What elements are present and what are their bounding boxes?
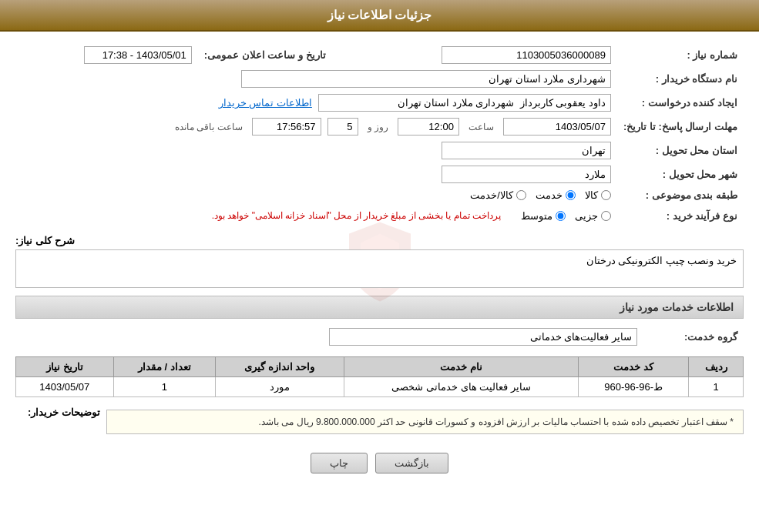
deadline-date-input[interactable] (503, 118, 611, 136)
buyer-notes-value: * سقف اعتبار تخصیص داده شده با احتساب ما… (259, 417, 734, 427)
purchase-type-label: نوع فرآیند خرید : (617, 204, 744, 227)
service-group-cell (15, 325, 643, 349)
buyer-notes-content: * سقف اعتبار تخصیص داده شده با احتساب ما… (106, 403, 744, 440)
description-container: A شرح کلی نیاز: خرید ونصب چیپ الکترونیکی… (15, 235, 744, 288)
row-buyer-org: نام دستگاه خریدار : (15, 67, 744, 91)
service-group-label: گروه خدمت: (643, 325, 744, 349)
service-group-row: گروه خدمت: (15, 325, 744, 349)
category-kala-radio[interactable] (601, 190, 611, 200)
table-cell-5: 1403/05/07 (16, 377, 114, 397)
row-need-number: شماره نیاز : تاریخ و ساعت اعلان عمومی: (15, 43, 744, 67)
table-cell-3: مورد (215, 377, 344, 397)
service-group-input[interactable] (329, 328, 637, 346)
need-description-value: خرید ونصب چیپ الکترونیکی درختان (586, 255, 737, 266)
category-cell: کالا خدمت کالا/خدمت (15, 186, 617, 204)
requester-input[interactable] (318, 94, 611, 112)
buyer-notes-label: توضیحات خریدار: (15, 403, 100, 418)
need-description-row: A شرح کلی نیاز: خرید ونصب چیپ الکترونیکی… (15, 235, 744, 288)
services-section-header: اطلاعات خدمات مورد نیاز (15, 296, 744, 319)
col-need-date: تاریخ نیاز (16, 357, 114, 377)
purchase-jozi-label: جزیی (575, 210, 598, 222)
requester-cell: اطلاعات تماس خریدار (15, 91, 617, 115)
announce-date-label: تاریخ و ساعت اعلان عمومی: (198, 43, 341, 67)
services-section-label: اطلاعات خدمات مورد نیاز (620, 301, 734, 313)
city-label: شهر محل تحویل : (617, 162, 744, 186)
deadline-days-label: روز و (368, 122, 388, 132)
services-table-body: 1ط-96-96-960سایر فعالیت های خدماتی شخصیم… (16, 377, 744, 397)
table-cell-0: 1 (689, 377, 744, 397)
category-kala-label: کالا (585, 189, 598, 201)
main-info-table: شماره نیاز : تاریخ و ساعت اعلان عمومی: ن… (15, 43, 744, 227)
purchase-jozi: جزیی (575, 210, 611, 222)
purchase-jozi-radio[interactable] (601, 211, 611, 221)
requester-label: ایجاد کننده درخواست : (617, 91, 744, 115)
footer-buttons: بازگشت چاپ (15, 453, 744, 473)
description-inner: شرح کلی نیاز: خرید ونصب چیپ الکترونیکی د… (15, 235, 744, 288)
purchase-motavasset-label: متوسط (521, 210, 552, 222)
need-number-cell (341, 43, 617, 67)
row-category: طبقه بندی موضوعی : کالا خدمت (15, 186, 744, 204)
announce-date-input[interactable] (84, 46, 192, 64)
category-label: طبقه بندی موضوعی : (617, 186, 744, 204)
city-input[interactable] (442, 166, 611, 183)
deadline-days-input[interactable] (327, 118, 358, 136)
buyer-org-cell (15, 67, 617, 91)
services-table-header-row: ردیف کد خدمت نام خدمت واحد اندازه گیری ت… (16, 357, 744, 377)
city-cell (15, 162, 617, 186)
purchase-type-cell: جزیی متوسط پرداخت تمام یا بخشی از مبلغ خ… (15, 204, 617, 227)
col-row-num: ردیف (689, 357, 744, 377)
table-cell-4: 1 (113, 377, 215, 397)
row-city: شهر محل تحویل : (15, 162, 744, 186)
need-description-display: خرید ونصب چیپ الکترونیکی درختان (15, 249, 744, 288)
col-service-name: نام خدمت (344, 357, 578, 377)
services-table-head: ردیف کد خدمت نام خدمت واحد اندازه گیری ت… (16, 357, 744, 377)
page-title: جزئیات اطلاعات نیاز (327, 8, 432, 22)
purchase-motavasset-radio[interactable] (556, 211, 566, 221)
purchase-note: پرداخت تمام یا بخشی از مبلغ خریدار از مح… (206, 207, 507, 224)
province-cell (15, 139, 617, 162)
deadline-time-input[interactable] (398, 118, 459, 136)
need-number-input[interactable] (442, 46, 611, 64)
deadline-time-label: ساعت (468, 122, 494, 132)
print-button[interactable]: چاپ (311, 453, 368, 473)
page-wrapper: جزئیات اطلاعات نیاز شماره نیاز : تاریخ و… (0, 0, 759, 532)
col-service-code: کد خدمت (579, 357, 689, 377)
province-label: استان محل تحویل : (617, 139, 744, 162)
row-purchase-type: نوع فرآیند خرید : جزیی متوسط (15, 204, 744, 227)
buyer-notes-section: * سقف اعتبار تخصیص داده شده با احتساب ما… (15, 403, 744, 440)
row-deadline: مهلت ارسال پاسخ: تا تاریخ: ساعت روز و سا… (15, 115, 744, 139)
category-khedmat-label: خدمت (536, 189, 563, 201)
category-khedmat: خدمت (536, 189, 576, 201)
contact-link[interactable]: اطلاعات تماس خریدار (219, 97, 312, 109)
buyer-org-label: نام دستگاه خریدار : (617, 67, 744, 91)
row-province: استان محل تحویل : (15, 139, 744, 162)
deadline-countdown-label: ساعت باقی مانده (175, 122, 243, 132)
category-kala-khedmat-label: کالا/خدمت (470, 189, 513, 201)
table-cell-1: ط-96-96-960 (579, 377, 689, 397)
content-area: شماره نیاز : تاریخ و ساعت اعلان عمومی: ن… (0, 32, 759, 493)
purchase-motavasset: متوسط (521, 210, 566, 222)
deadline-countdown-input[interactable] (252, 118, 321, 136)
deadline-label: مهلت ارسال پاسخ: تا تاریخ: (617, 115, 744, 139)
need-description-area: A شرح کلی نیاز: خرید ونصب چیپ الکترونیکی… (15, 235, 744, 288)
col-unit: واحد اندازه گیری (215, 357, 344, 377)
need-number-label: شماره نیاز : (617, 43, 744, 67)
page-header: جزئیات اطلاعات نیاز (0, 0, 759, 32)
need-description-section-label: شرح کلی نیاز: (15, 235, 75, 246)
category-kala-khedmat: کالا/خدمت (470, 189, 526, 201)
buyer-notes-box: * سقف اعتبار تخصیص داده شده با احتساب ما… (106, 410, 744, 434)
category-kala: کالا (585, 189, 611, 201)
services-table: ردیف کد خدمت نام خدمت واحد اندازه گیری ت… (15, 356, 744, 397)
deadline-cell: ساعت روز و ساعت باقی مانده (15, 115, 617, 139)
announce-date-cell (15, 43, 198, 67)
service-group-table: گروه خدمت: (15, 325, 744, 349)
category-khedmat-radio[interactable] (566, 190, 576, 200)
desc-header-row: شرح کلی نیاز: (15, 235, 744, 246)
table-cell-2: سایر فعالیت های خدماتی شخصی (344, 377, 578, 397)
province-input[interactable] (442, 142, 611, 159)
buyer-org-input[interactable] (241, 70, 611, 88)
back-button[interactable]: بازگشت (375, 453, 448, 473)
category-kala-khedmat-radio[interactable] (516, 190, 526, 200)
table-row: 1ط-96-96-960سایر فعالیت های خدماتی شخصیم… (16, 377, 744, 397)
row-requester: ایجاد کننده درخواست : اطلاعات تماس خریدا… (15, 91, 744, 115)
